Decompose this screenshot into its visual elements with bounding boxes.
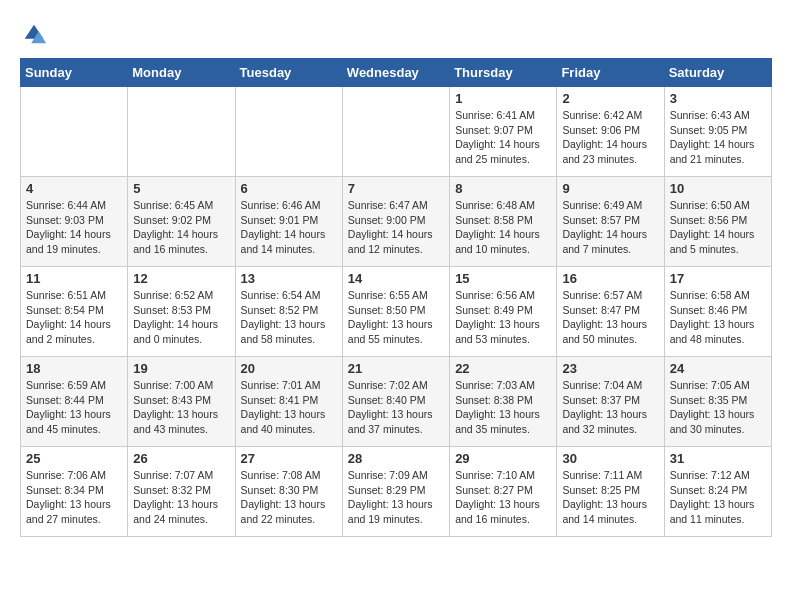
calendar-cell: 5Sunrise: 6:45 AM Sunset: 9:02 PM Daylig… [128, 177, 235, 267]
day-number: 26 [133, 451, 229, 466]
day-number: 2 [562, 91, 658, 106]
cell-content: Sunrise: 6:44 AM Sunset: 9:03 PM Dayligh… [26, 198, 122, 257]
calendar-cell: 1Sunrise: 6:41 AM Sunset: 9:07 PM Daylig… [450, 87, 557, 177]
cell-content: Sunrise: 6:52 AM Sunset: 8:53 PM Dayligh… [133, 288, 229, 347]
cell-content: Sunrise: 6:56 AM Sunset: 8:49 PM Dayligh… [455, 288, 551, 347]
calendar-cell: 26Sunrise: 7:07 AM Sunset: 8:32 PM Dayli… [128, 447, 235, 537]
calendar-cell: 3Sunrise: 6:43 AM Sunset: 9:05 PM Daylig… [664, 87, 771, 177]
calendar-cell: 29Sunrise: 7:10 AM Sunset: 8:27 PM Dayli… [450, 447, 557, 537]
calendar-week-4: 18Sunrise: 6:59 AM Sunset: 8:44 PM Dayli… [21, 357, 772, 447]
cell-content: Sunrise: 7:11 AM Sunset: 8:25 PM Dayligh… [562, 468, 658, 527]
calendar-cell: 4Sunrise: 6:44 AM Sunset: 9:03 PM Daylig… [21, 177, 128, 267]
calendar-cell: 17Sunrise: 6:58 AM Sunset: 8:46 PM Dayli… [664, 267, 771, 357]
cell-content: Sunrise: 7:04 AM Sunset: 8:37 PM Dayligh… [562, 378, 658, 437]
cell-content: Sunrise: 6:47 AM Sunset: 9:00 PM Dayligh… [348, 198, 444, 257]
calendar-cell: 22Sunrise: 7:03 AM Sunset: 8:38 PM Dayli… [450, 357, 557, 447]
day-number: 3 [670, 91, 766, 106]
calendar-cell: 25Sunrise: 7:06 AM Sunset: 8:34 PM Dayli… [21, 447, 128, 537]
calendar-cell: 18Sunrise: 6:59 AM Sunset: 8:44 PM Dayli… [21, 357, 128, 447]
cell-content: Sunrise: 6:49 AM Sunset: 8:57 PM Dayligh… [562, 198, 658, 257]
cell-content: Sunrise: 6:50 AM Sunset: 8:56 PM Dayligh… [670, 198, 766, 257]
calendar-cell: 14Sunrise: 6:55 AM Sunset: 8:50 PM Dayli… [342, 267, 449, 357]
calendar-cell [128, 87, 235, 177]
cell-content: Sunrise: 7:09 AM Sunset: 8:29 PM Dayligh… [348, 468, 444, 527]
day-number: 1 [455, 91, 551, 106]
cell-content: Sunrise: 6:46 AM Sunset: 9:01 PM Dayligh… [241, 198, 337, 257]
calendar-cell: 21Sunrise: 7:02 AM Sunset: 8:40 PM Dayli… [342, 357, 449, 447]
calendar-cell: 9Sunrise: 6:49 AM Sunset: 8:57 PM Daylig… [557, 177, 664, 267]
calendar-cell: 19Sunrise: 7:00 AM Sunset: 8:43 PM Dayli… [128, 357, 235, 447]
day-number: 15 [455, 271, 551, 286]
calendar-cell: 31Sunrise: 7:12 AM Sunset: 8:24 PM Dayli… [664, 447, 771, 537]
cell-content: Sunrise: 6:45 AM Sunset: 9:02 PM Dayligh… [133, 198, 229, 257]
header-saturday: Saturday [664, 59, 771, 87]
day-number: 5 [133, 181, 229, 196]
calendar-week-2: 4Sunrise: 6:44 AM Sunset: 9:03 PM Daylig… [21, 177, 772, 267]
day-number: 19 [133, 361, 229, 376]
cell-content: Sunrise: 7:12 AM Sunset: 8:24 PM Dayligh… [670, 468, 766, 527]
cell-content: Sunrise: 6:55 AM Sunset: 8:50 PM Dayligh… [348, 288, 444, 347]
day-number: 13 [241, 271, 337, 286]
day-number: 4 [26, 181, 122, 196]
calendar-header-row: SundayMondayTuesdayWednesdayThursdayFrid… [21, 59, 772, 87]
calendar-cell: 23Sunrise: 7:04 AM Sunset: 8:37 PM Dayli… [557, 357, 664, 447]
calendar-week-1: 1Sunrise: 6:41 AM Sunset: 9:07 PM Daylig… [21, 87, 772, 177]
day-number: 16 [562, 271, 658, 286]
cell-content: Sunrise: 6:42 AM Sunset: 9:06 PM Dayligh… [562, 108, 658, 167]
calendar-cell: 10Sunrise: 6:50 AM Sunset: 8:56 PM Dayli… [664, 177, 771, 267]
logo-icon [20, 20, 48, 48]
calendar-cell: 11Sunrise: 6:51 AM Sunset: 8:54 PM Dayli… [21, 267, 128, 357]
header-sunday: Sunday [21, 59, 128, 87]
day-number: 28 [348, 451, 444, 466]
calendar-cell: 15Sunrise: 6:56 AM Sunset: 8:49 PM Dayli… [450, 267, 557, 357]
calendar-cell: 24Sunrise: 7:05 AM Sunset: 8:35 PM Dayli… [664, 357, 771, 447]
cell-content: Sunrise: 7:05 AM Sunset: 8:35 PM Dayligh… [670, 378, 766, 437]
day-number: 14 [348, 271, 444, 286]
day-number: 23 [562, 361, 658, 376]
cell-content: Sunrise: 6:59 AM Sunset: 8:44 PM Dayligh… [26, 378, 122, 437]
page-header [20, 20, 772, 48]
logo [20, 20, 52, 48]
day-number: 18 [26, 361, 122, 376]
calendar-cell: 16Sunrise: 6:57 AM Sunset: 8:47 PM Dayli… [557, 267, 664, 357]
calendar-cell: 6Sunrise: 6:46 AM Sunset: 9:01 PM Daylig… [235, 177, 342, 267]
cell-content: Sunrise: 7:07 AM Sunset: 8:32 PM Dayligh… [133, 468, 229, 527]
header-thursday: Thursday [450, 59, 557, 87]
day-number: 17 [670, 271, 766, 286]
calendar-week-3: 11Sunrise: 6:51 AM Sunset: 8:54 PM Dayli… [21, 267, 772, 357]
day-number: 27 [241, 451, 337, 466]
cell-content: Sunrise: 7:02 AM Sunset: 8:40 PM Dayligh… [348, 378, 444, 437]
day-number: 6 [241, 181, 337, 196]
day-number: 22 [455, 361, 551, 376]
cell-content: Sunrise: 7:08 AM Sunset: 8:30 PM Dayligh… [241, 468, 337, 527]
calendar-cell: 30Sunrise: 7:11 AM Sunset: 8:25 PM Dayli… [557, 447, 664, 537]
calendar-cell: 12Sunrise: 6:52 AM Sunset: 8:53 PM Dayli… [128, 267, 235, 357]
calendar-cell [21, 87, 128, 177]
day-number: 21 [348, 361, 444, 376]
header-friday: Friday [557, 59, 664, 87]
day-number: 11 [26, 271, 122, 286]
cell-content: Sunrise: 7:01 AM Sunset: 8:41 PM Dayligh… [241, 378, 337, 437]
calendar-cell: 27Sunrise: 7:08 AM Sunset: 8:30 PM Dayli… [235, 447, 342, 537]
header-tuesday: Tuesday [235, 59, 342, 87]
header-wednesday: Wednesday [342, 59, 449, 87]
day-number: 31 [670, 451, 766, 466]
cell-content: Sunrise: 6:48 AM Sunset: 8:58 PM Dayligh… [455, 198, 551, 257]
day-number: 30 [562, 451, 658, 466]
cell-content: Sunrise: 6:58 AM Sunset: 8:46 PM Dayligh… [670, 288, 766, 347]
cell-content: Sunrise: 6:51 AM Sunset: 8:54 PM Dayligh… [26, 288, 122, 347]
cell-content: Sunrise: 6:43 AM Sunset: 9:05 PM Dayligh… [670, 108, 766, 167]
calendar-cell: 7Sunrise: 6:47 AM Sunset: 9:00 PM Daylig… [342, 177, 449, 267]
cell-content: Sunrise: 6:54 AM Sunset: 8:52 PM Dayligh… [241, 288, 337, 347]
calendar-cell: 8Sunrise: 6:48 AM Sunset: 8:58 PM Daylig… [450, 177, 557, 267]
calendar-cell: 28Sunrise: 7:09 AM Sunset: 8:29 PM Dayli… [342, 447, 449, 537]
calendar-cell [235, 87, 342, 177]
day-number: 10 [670, 181, 766, 196]
day-number: 8 [455, 181, 551, 196]
cell-content: Sunrise: 7:03 AM Sunset: 8:38 PM Dayligh… [455, 378, 551, 437]
cell-content: Sunrise: 7:06 AM Sunset: 8:34 PM Dayligh… [26, 468, 122, 527]
calendar-cell: 2Sunrise: 6:42 AM Sunset: 9:06 PM Daylig… [557, 87, 664, 177]
day-number: 20 [241, 361, 337, 376]
calendar-table: SundayMondayTuesdayWednesdayThursdayFrid… [20, 58, 772, 537]
cell-content: Sunrise: 7:10 AM Sunset: 8:27 PM Dayligh… [455, 468, 551, 527]
